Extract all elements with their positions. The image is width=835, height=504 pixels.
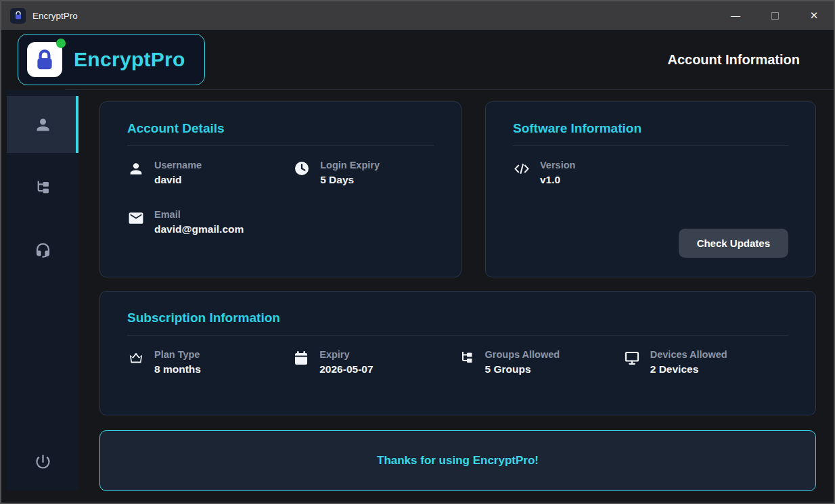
expiry-value: 2026-05-07 — [319, 363, 373, 375]
groups-allowed-value: 5 Groups — [485, 363, 560, 375]
lock-icon — [33, 48, 56, 71]
check-updates-button[interactable]: Check Updates — [679, 229, 788, 258]
sidebar-item-account[interactable] — [7, 96, 78, 153]
account-details-card: Account Details Username david — [99, 101, 461, 277]
groups-tree-icon — [34, 179, 52, 197]
sidebar-item-support[interactable] — [7, 222, 78, 279]
clock-icon — [293, 160, 311, 177]
divider — [513, 145, 788, 146]
close-button[interactable]: ✕ — [794, 1, 834, 30]
divider — [127, 145, 434, 146]
plan-type-label: Plan Type — [154, 349, 201, 360]
divider — [127, 335, 788, 336]
minimize-button[interactable]: — — [716, 1, 755, 30]
power-icon — [34, 453, 52, 471]
devices-allowed-label: Devices Allowed — [650, 349, 727, 360]
code-icon — [513, 160, 531, 177]
logo-lock-badge — [27, 42, 62, 77]
monitor-icon — [623, 349, 641, 366]
user-icon — [34, 116, 52, 134]
software-info-card: Software Information Version v1.0 — [485, 101, 816, 277]
devices-allowed-field: Devices Allowed 2 Devices — [623, 349, 788, 375]
calendar-icon — [292, 349, 310, 366]
brand-name: EncryptPro — [74, 48, 185, 71]
page-title: Account Information — [667, 52, 800, 68]
mail-icon — [127, 209, 145, 227]
plan-type-value: 8 months — [154, 363, 201, 375]
version-label: Version — [540, 160, 575, 170]
subscription-info-title: Subscription Information — [127, 311, 788, 325]
main-content: Account Details Username david — [78, 90, 834, 503]
thanks-message: Thanks for using EncryptPro! — [377, 454, 539, 467]
version-value: v1.0 — [540, 174, 575, 186]
lock-icon — [14, 11, 23, 20]
maximize-icon — [771, 12, 779, 20]
groups-tree-icon — [458, 349, 476, 366]
groups-allowed-field: Groups Allowed 5 Groups — [458, 349, 623, 375]
software-info-title: Software Information — [513, 121, 788, 136]
window-title: EncryptPro — [32, 11, 78, 21]
username-value: david — [154, 174, 202, 186]
header: EncryptPro Account Information — [1, 30, 834, 89]
titlebar: EncryptPro — ✕ — [1, 1, 834, 30]
sidebar-item-logout[interactable] — [7, 438, 78, 485]
account-details-title: Account Details — [127, 121, 434, 136]
window-controls: — ✕ — [716, 1, 834, 30]
username-field: Username david — [127, 160, 293, 186]
devices-allowed-value: 2 Devices — [650, 363, 727, 375]
online-status-dot — [56, 39, 66, 48]
expiry-label: Expiry — [319, 349, 373, 360]
plan-type-field: Plan Type 8 months — [127, 349, 292, 375]
headset-support-icon — [34, 242, 52, 260]
sidebar-item-groups[interactable] — [7, 159, 78, 216]
sidebar — [7, 90, 78, 490]
crown-icon — [127, 349, 145, 366]
email-value: david@gmail.com — [154, 223, 244, 235]
subscription-info-card: Subscription Information Plan Type 8 mon… — [99, 291, 816, 415]
brand-logo: EncryptPro — [18, 34, 205, 85]
groups-allowed-label: Groups Allowed — [485, 349, 560, 360]
version-field: Version v1.0 — [513, 160, 788, 186]
username-label: Username — [154, 160, 202, 170]
app-icon — [10, 8, 26, 24]
app-window: EncryptPro — ✕ EncryptPro Account Inform… — [0, 0, 835, 504]
email-label: Email — [154, 209, 244, 220]
thanks-banner: Thanks for using EncryptPro! — [99, 430, 816, 491]
expiry-field: Expiry 2026-05-07 — [292, 349, 457, 375]
login-expiry-label: Login Expiry — [320, 160, 380, 170]
email-field: Email david@gmail.com — [127, 209, 293, 235]
user-icon — [127, 160, 145, 177]
maximize-button[interactable] — [755, 1, 794, 30]
login-expiry-field: Login Expiry 5 Days — [293, 160, 434, 186]
login-expiry-value: 5 Days — [320, 174, 380, 186]
